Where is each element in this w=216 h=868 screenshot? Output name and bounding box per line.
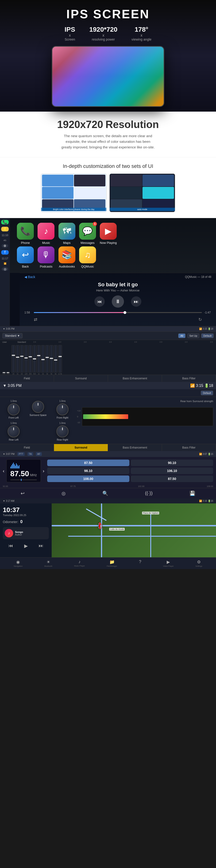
qqmusic-icon[interactable]: ♫ <box>79 246 96 263</box>
nav-prev-button[interactable]: ⏮ <box>8 543 13 549</box>
knob-fl[interactable] <box>7 403 20 415</box>
preset-3[interactable]: 98.10 <box>47 468 130 474</box>
nav-icon-music: ♪ <box>78 559 81 564</box>
nav-next-button[interactable]: ⏭ <box>39 543 44 549</box>
app-back[interactable]: ↩ Back <box>17 246 34 268</box>
app-podcasts[interactable]: 🎙 Podcasts <box>37 246 54 268</box>
prev-button[interactable]: ⏮ <box>94 297 105 307</box>
app-now-playing[interactable]: ▶ Now Playing <box>100 223 117 245</box>
preset-2[interactable]: 90.10 <box>131 460 213 466</box>
ui-customization-section: In-depth customization of two sets of UI… <box>0 157 216 218</box>
app-qqmusic[interactable]: ♫ QQMusic <box>79 246 96 268</box>
app-messages[interactable]: 💬 5 Messages <box>79 223 96 245</box>
nav-btn-music[interactable]: ♪ Music Player <box>74 559 85 567</box>
surround-tab-bass-enh[interactable]: Bass Enhancement <box>108 444 162 451</box>
band-125[interactable]: 125 <box>24 345 28 375</box>
eq-tab-bass-enh[interactable]: Bass Enhancement <box>108 375 162 382</box>
nav-play-button[interactable]: ▶ <box>24 543 28 549</box>
nav-music-icon[interactable]: ♪ <box>5 529 13 537</box>
nav-btn-filemanager[interactable]: 📁 FileManager <box>107 559 117 567</box>
radio-next-button[interactable]: › <box>43 468 44 474</box>
radio-ctrl-search[interactable]: 🔍 <box>102 491 108 496</box>
ui-label-1: Bright color interfaces clearer during t… <box>41 208 106 211</box>
eq-tab-field[interactable]: Field <box>0 375 54 382</box>
phone-icon[interactable]: 📞 <box>17 223 34 240</box>
music-icon[interactable]: ♪ <box>37 223 54 240</box>
band-8k[interactable]: 8k <box>54 345 57 375</box>
eq-preset-button[interactable]: Standard ▼ <box>2 333 23 338</box>
app-music[interactable]: ♪ Music <box>37 223 54 245</box>
band-250[interactable]: 250 <box>28 345 32 375</box>
play-pause-button[interactable]: ⏸ <box>112 296 124 308</box>
nav-btn-settings[interactable]: ⚙ Settings <box>195 559 202 567</box>
preset-5[interactable]: 108.00 <box>47 475 130 482</box>
back-icon[interactable]: ↩ <box>17 246 34 263</box>
app-phone-label: Phone <box>21 241 30 245</box>
messages-icon[interactable]: 💬 5 <box>79 223 96 240</box>
knob-rl[interactable] <box>7 425 20 437</box>
surround-default-button[interactable]: Default <box>201 391 213 395</box>
eq-tab-surround[interactable]: Surround <box>54 375 108 382</box>
eq-all-button[interactable]: All <box>178 333 185 338</box>
maps-icon[interactable]: 🗺 <box>58 223 75 240</box>
podcasts-icon[interactable]: 🎙 <box>37 246 54 263</box>
progress-track[interactable] <box>34 312 202 313</box>
surround-tab-field[interactable]: Field <box>0 444 54 451</box>
sidebar-phone-icon[interactable]: 📞 <box>1 220 9 224</box>
band-1k[interactable]: 1k <box>37 345 40 375</box>
sidebar-fb-icon[interactable]: f <box>1 250 9 255</box>
nav-btn-navigation[interactable]: ◉ Navigation <box>14 559 23 567</box>
eq-tab-bass-filter[interactable]: Bass Filter <box>162 375 216 382</box>
band-500[interactable]: 500 <box>33 345 36 375</box>
preset-1[interactable]: 87.50 <box>47 460 130 466</box>
repeat-button[interactable]: ↻ <box>198 317 202 322</box>
surround-tab-bass-filter[interactable]: Bass Filter <box>162 444 216 451</box>
nav-icon-unknown: ? <box>139 559 141 564</box>
knob-rr[interactable] <box>56 425 69 437</box>
radio-ctrl-save[interactable]: 💾 <box>189 491 195 496</box>
band-20[interactable]: 20 <box>11 345 15 375</box>
app-phone[interactable]: 📞 Phone <box>17 223 34 245</box>
carplay-section: 📞 ⭐ 11:10 4G ⚙ f 11:17 📶 ◎ 📞 Phone ♪ Mus… <box>0 218 216 273</box>
band-5k[interactable]: 5k <box>50 345 53 375</box>
nav-odo-value: 0 <box>20 519 23 524</box>
sidebar-star-icon[interactable]: ⭐ <box>1 227 9 231</box>
app-audiobooks[interactable]: 📚 Audiobooks <box>58 246 75 268</box>
radio-ctrl-broadcast[interactable]: ((·)) <box>145 491 153 496</box>
nav-btn-bluetooth[interactable]: ☀ Bluetooth <box>44 559 52 567</box>
radio-status-bar: ▼ 3:07 PM PTT TA AF 📶 3:07 🔋16 <box>0 451 216 457</box>
band-3k[interactable]: 3k <box>45 345 49 375</box>
knob-ss[interactable] <box>32 401 44 413</box>
band-31[interactable]: 31 <box>16 345 20 375</box>
radio-ctrl-back[interactable]: ↩ <box>21 491 25 496</box>
fader-standard[interactable]: Std <box>6 372 10 375</box>
knob-fr[interactable] <box>56 403 69 415</box>
band-63[interactable]: 63 <box>20 345 24 375</box>
eq-setup-button[interactable]: Set Up <box>187 333 199 338</box>
surround-tab-surround[interactable]: Surround <box>54 444 108 451</box>
eq-default-button[interactable]: Default <box>201 333 214 338</box>
radio-bottom-controls: ↩ ◎ 🔍 ((·)) 💾 <box>0 488 216 498</box>
nav-btn-video[interactable]: ▶ Video Player <box>163 559 174 567</box>
next-button[interactable]: ⏭ <box>131 297 141 307</box>
knob-rr-value: 1.0ms <box>59 422 65 424</box>
band-2k[interactable]: 2k <box>41 345 45 375</box>
knob-empty <box>27 422 49 441</box>
radio-ctrl-circle[interactable]: ◎ <box>61 491 65 496</box>
nav-map[interactable]: Plaza de Vigilant Calle de Alcalá 🚗 <box>52 503 216 557</box>
radio-prev-button[interactable]: ‹ <box>3 468 4 474</box>
radio-waveform <box>10 461 37 468</box>
preset-4[interactable]: 106.10 <box>131 468 213 474</box>
now-playing-icon[interactable]: ▶ <box>100 223 117 240</box>
meter-bar[interactable] <box>82 407 213 426</box>
resolution-title: 1920x720 Resolution <box>9 119 207 130</box>
radio-tuner-bar[interactable] <box>10 479 37 480</box>
app-maps[interactable]: 🗺 Maps <box>58 223 75 245</box>
preset-6[interactable]: 87.50 <box>131 475 213 482</box>
audiobooks-icon[interactable]: 📚 <box>58 246 75 263</box>
band-12k[interactable]: 12.5k <box>58 345 62 375</box>
fader-user[interactable]: Usr <box>2 372 6 375</box>
nav-btn-unknown[interactable]: ? <box>139 559 141 567</box>
back-button[interactable]: ◀ Back <box>24 275 35 279</box>
shuffle-button[interactable]: ⇄ <box>34 317 37 322</box>
